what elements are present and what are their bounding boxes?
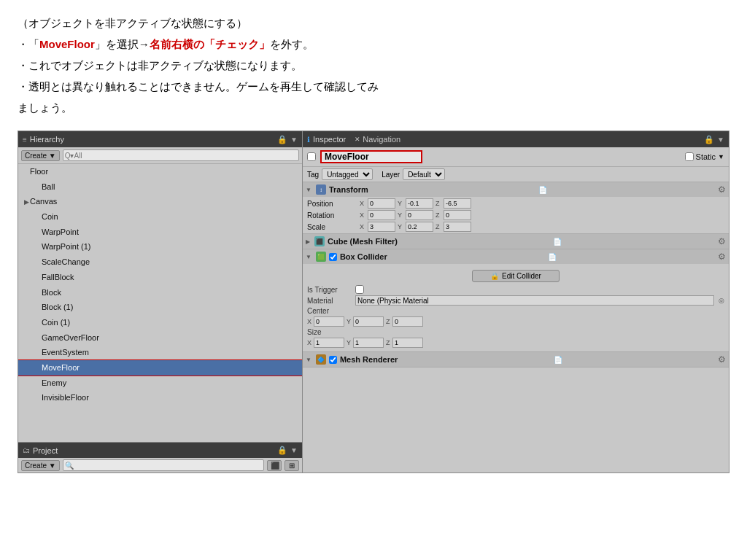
- transform-header[interactable]: ▼ ↕ Transform 📄 ⚙: [303, 182, 729, 197]
- material-picker-icon[interactable]: ◎: [719, 297, 724, 304]
- project-view-button[interactable]: ⊞: [285, 460, 299, 471]
- hierarchy-menu-icon: ≡: [23, 136, 27, 144]
- hierarchy-list-item[interactable]: Block: [18, 285, 302, 300]
- material-row: Material ◎: [307, 295, 724, 306]
- hierarchy-list-item[interactable]: EventSystem: [18, 345, 302, 360]
- hierarchy-list-item[interactable]: Enemy: [18, 376, 302, 391]
- transform-collapse-arrow: ▼: [306, 187, 311, 193]
- hierarchy-list-item[interactable]: GameOverFloor: [18, 330, 302, 346]
- hierarchy-list-item[interactable]: Block (1): [18, 300, 302, 315]
- rotation-y-input[interactable]: [406, 210, 433, 220]
- hierarchy-list-item[interactable]: ▶Canvas: [18, 194, 302, 209]
- navigation-tab[interactable]: ✕ Navigation: [355, 135, 400, 144]
- size-y-input[interactable]: [353, 338, 384, 348]
- hierarchy-list-item[interactable]: InvisibleFloor: [18, 390, 302, 405]
- edit-collider-button[interactable]: 🔒 Edit Collider: [472, 270, 560, 282]
- hierarchy-list-item[interactable]: Floor: [18, 164, 302, 179]
- hierarchy-create-button[interactable]: Create ▼: [21, 150, 60, 161]
- hierarchy-list-item[interactable]: Ball: [18, 179, 302, 195]
- mesh-renderer-header[interactable]: ▼ 🔷 Mesh Renderer 📄 ⚙: [303, 352, 729, 367]
- static-dropdown-icon[interactable]: ▼: [718, 153, 724, 160]
- list-item-label: InvisibleFloor: [42, 393, 89, 402]
- transform-component: ▼ ↕ Transform 📄 ⚙ Position X Y Z Rotat: [303, 182, 729, 234]
- mesh-renderer-gear-icon[interactable]: ⚙: [718, 354, 726, 365]
- instruction-line-1: （オブジェクトを非アクティブな状態にする）: [18, 13, 729, 33]
- hierarchy-search-input[interactable]: [63, 149, 299, 161]
- scale-y-input[interactable]: [406, 222, 433, 232]
- mesh-renderer-title: Mesh Renderer: [340, 355, 398, 364]
- static-checkbox[interactable]: [685, 152, 694, 161]
- size-x-input[interactable]: [314, 338, 344, 348]
- tag-label: Tag: [307, 171, 319, 179]
- center-x-input[interactable]: [314, 316, 344, 327]
- hierarchy-list-item[interactable]: WarpPoint (1): [18, 239, 302, 254]
- layer-label: Layer: [382, 171, 400, 179]
- mesh-renderer-component: ▼ 🔷 Mesh Renderer 📄 ⚙: [303, 352, 729, 368]
- pos-y-label: Y: [398, 200, 403, 207]
- line4-text: ・透明とは異なり触れることはできません。ゲームを再生して確認してみ: [18, 80, 379, 93]
- nav-tab-x-icon: ✕: [355, 136, 360, 143]
- mesh-filter-icon: ⬛: [314, 236, 325, 246]
- position-x-input[interactable]: [368, 198, 395, 209]
- line2-red1: MoveFloor: [39, 38, 95, 50]
- transform-title: Transform: [329, 185, 368, 194]
- hierarchy-list-item[interactable]: MoveFloor: [18, 360, 302, 376]
- mesh-filter-collapse-arrow: ▶: [306, 238, 310, 245]
- list-item-label: WarpPoint (1): [42, 242, 90, 251]
- size-label: Size: [307, 328, 321, 336]
- scale-x-input[interactable]: [368, 222, 395, 232]
- mesh-filter-title: Cube (Mesh Filter): [328, 237, 398, 246]
- size-z-input[interactable]: [392, 338, 423, 348]
- project-toolbar: Create ▼ ⬛ ⊞: [18, 458, 302, 472]
- hierarchy-list-item[interactable]: Coin: [18, 209, 302, 225]
- rotation-z-input[interactable]: [444, 210, 471, 220]
- box-collider-body: 🔒 Edit Collider Is Trigger Material ◎ Ce…: [303, 264, 729, 351]
- center-label-section: Center: [307, 307, 724, 315]
- tag-select[interactable]: Untagged: [322, 168, 373, 180]
- mesh-renderer-collapse-arrow: ▼: [306, 357, 311, 363]
- position-y-input[interactable]: [406, 198, 433, 209]
- transform-icon: ↕: [316, 184, 326, 195]
- material-input[interactable]: [355, 295, 714, 306]
- mesh-filter-gear-icon[interactable]: ⚙: [718, 236, 726, 246]
- layer-select[interactable]: Default: [403, 168, 445, 180]
- box-collider-enabled-checkbox[interactable]: [329, 253, 337, 261]
- hierarchy-list-item[interactable]: FallBlock: [18, 270, 302, 285]
- is-trigger-checkbox[interactable]: [355, 285, 364, 294]
- line2-suffix: を外す。: [270, 38, 314, 50]
- mesh-renderer-enabled-checkbox[interactable]: [329, 356, 337, 364]
- project-create-button[interactable]: Create ▼: [21, 460, 60, 471]
- box-collider-gear-icon[interactable]: ⚙: [718, 252, 726, 262]
- box-collider-header[interactable]: ▼ 🟩 Box Collider 📄 ⚙: [303, 249, 729, 264]
- object-active-checkbox[interactable]: [307, 152, 316, 161]
- position-z-input[interactable]: [444, 198, 471, 209]
- rotation-x-input[interactable]: [368, 210, 395, 220]
- line2-prefix: ・「: [18, 38, 39, 50]
- transform-gear-icon[interactable]: ⚙: [718, 184, 726, 195]
- object-name-input[interactable]: [320, 150, 422, 163]
- center-y-input[interactable]: [353, 316, 384, 327]
- position-values: X Y Z: [360, 198, 724, 209]
- center-z-input[interactable]: [392, 316, 423, 327]
- center-y-label: Y: [347, 318, 351, 325]
- inspector-options-icon: ▼: [717, 136, 724, 144]
- list-item-label: FallBlock: [42, 273, 74, 281]
- box-collider-collapse-arrow: ▼: [306, 254, 311, 260]
- center-x-label: X: [307, 318, 311, 325]
- mesh-filter-header[interactable]: ▶ ⬛ Cube (Mesh Filter) 📄 ⚙: [303, 234, 729, 249]
- instructions-section: （オブジェクトを非アクティブな状態にする） ・「MoveFloor」を選択→名前…: [0, 0, 747, 126]
- project-search-input[interactable]: [63, 459, 264, 471]
- mesh-filter-doc-icon: 📄: [553, 238, 562, 246]
- hierarchy-list-item[interactable]: ScaleChange: [18, 254, 302, 270]
- rot-y-label: Y: [398, 211, 403, 219]
- hierarchy-panel: ≡ Hierarchy 🔒 ▼ Create ▼ FloorBall▶Canva…: [18, 131, 303, 472]
- hierarchy-list-item[interactable]: WarpPoint: [18, 225, 302, 240]
- scale-y-label: Y: [398, 223, 403, 230]
- hierarchy-list-item[interactable]: Coin (1): [18, 315, 302, 330]
- list-item-label: Coin: [42, 212, 58, 221]
- size-y-label: Y: [347, 339, 351, 346]
- inspector-title: Inspector: [313, 135, 346, 144]
- lock-icon: 🔒: [277, 135, 287, 144]
- scale-z-input[interactable]: [444, 222, 471, 232]
- project-filter-button[interactable]: ⬛: [267, 460, 282, 471]
